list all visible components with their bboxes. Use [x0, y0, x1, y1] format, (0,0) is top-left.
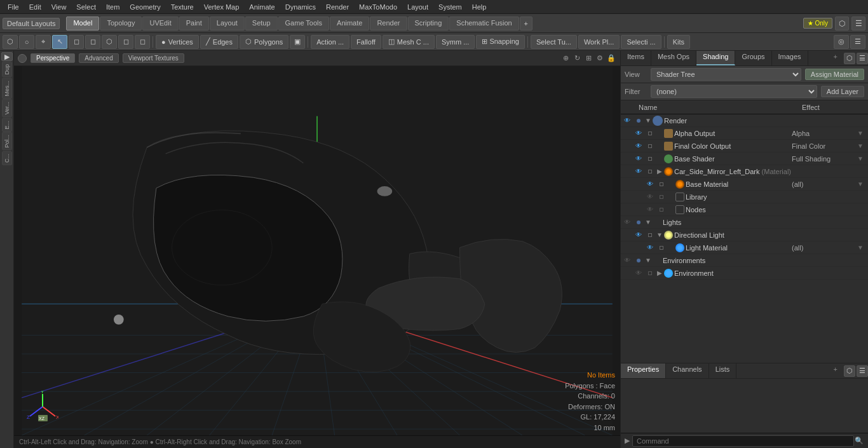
tab-render[interactable]: Render [370, 17, 407, 31]
viewport-canvas[interactable]: No Items Polygons : Face Channels: 0 Def… [14, 66, 620, 435]
eye-base-shader[interactable]: 👁 [632, 155, 645, 162]
expand-render[interactable]: ▼ [644, 117, 653, 124]
tab-model[interactable]: Model [66, 17, 99, 31]
menu-geometry[interactable]: Geometry [125, 2, 165, 12]
expand-lights[interactable]: ▼ [644, 219, 653, 226]
tree-row-lights[interactable]: 👁 ▼ Lights [621, 216, 868, 229]
poly-mode-btn[interactable]: ▣ [290, 35, 305, 49]
ptab-add[interactable]: + [830, 363, 841, 378]
assign-material-btn[interactable]: Assign Material [805, 69, 864, 80]
advanced-btn[interactable]: Advanced [79, 53, 118, 63]
layout-dropdown[interactable]: Default Layouts [3, 18, 60, 29]
tree-row-light-material[interactable]: 👁 Light Material (all) ▼ [621, 241, 868, 254]
add-layer-btn[interactable]: Add Layer [821, 86, 864, 97]
icon-box3[interactable]: ⬡ [102, 35, 117, 49]
sidebar-mesh[interactable]: Mes... [2, 78, 12, 99]
menu-item[interactable]: Item [101, 2, 125, 12]
filter-dropdown[interactable]: (none) [651, 85, 817, 98]
vertices-btn[interactable]: ● Vertices [156, 35, 199, 49]
arrow-base-material[interactable]: ▼ [855, 180, 865, 187]
tree-row-nodes[interactable]: 👁 Nodes [621, 203, 868, 216]
sidebar-top-btn[interactable]: ▶ [1, 52, 13, 61]
menu-render[interactable]: Render [321, 2, 354, 12]
menu-texture[interactable]: Texture [166, 2, 199, 12]
rpanel-tab-items[interactable]: Items [621, 51, 651, 65]
select-tu-btn[interactable]: Select Tu... [531, 35, 577, 49]
work-pl-btn[interactable]: Work Pl... [578, 35, 620, 49]
eye-dir-light[interactable]: 👁 [632, 231, 645, 238]
falloff-btn[interactable]: Falloff [351, 35, 381, 49]
icon-box1[interactable]: ◻ [69, 35, 84, 49]
arrow-light-material[interactable]: ▼ [855, 244, 865, 251]
eye-base-material[interactable]: 👁 [644, 180, 656, 187]
ptab-lists[interactable]: Lists [709, 363, 737, 378]
expand-car-material[interactable]: ▶ [655, 168, 664, 175]
expand-environment[interactable]: ▶ [655, 269, 664, 276]
rpanel-expand-icon[interactable]: ⬡ [844, 53, 855, 64]
tab-topology[interactable]: Topology [100, 17, 142, 31]
rpanel-menu-icon[interactable]: ☰ [857, 53, 868, 64]
vp-icon-lock[interactable]: 🔒 [606, 53, 616, 64]
rpanel-tab-mesh-ops[interactable]: Mesh Ops [651, 51, 696, 65]
selecti-btn[interactable]: Selecti ... [621, 35, 661, 49]
polygons-btn[interactable]: ⬡ Polygons [240, 35, 288, 49]
tree-row-alpha[interactable]: 👁 Alpha Output Alpha ▼ [621, 127, 868, 140]
tab-scripting[interactable]: Scripting [408, 17, 449, 31]
tree-row-environment[interactable]: 👁 ▶ Environment [621, 267, 868, 280]
sidebar-e[interactable]: E... [2, 118, 12, 132]
arrow-alpha[interactable]: ▼ [855, 130, 865, 137]
eye-final[interactable]: 👁 [632, 142, 645, 149]
ptab-channels[interactable]: Channels [666, 363, 709, 378]
toolbar-right-icon2[interactable]: ☰ [850, 35, 865, 49]
view-dropdown[interactable]: Shader Tree [651, 68, 801, 81]
vp-icon-gear[interactable]: ⚙ [595, 53, 605, 64]
eye-nodes[interactable]: 👁 [644, 206, 656, 213]
icon-box5[interactable]: ◻ [135, 35, 150, 49]
menu-system[interactable]: System [433, 2, 467, 12]
tree-row-final-color[interactable]: 👁 Final Color Output Final Color ▼ [621, 140, 868, 153]
menu-vertex-map[interactable]: Vertex Map [199, 2, 245, 12]
rpanel-tab-shading[interactable]: Shading [696, 51, 735, 65]
tree-row-environments[interactable]: 👁 ▼ Environments [621, 254, 868, 267]
menu-file[interactable]: File [3, 2, 24, 12]
star-only-btn[interactable]: ★ Only [803, 18, 832, 29]
menu-animate[interactable]: Animate [244, 2, 280, 12]
prop-expand-icon[interactable]: ⬡ [844, 365, 855, 377]
perspective-btn[interactable]: Perspective [31, 53, 75, 63]
icon-box4[interactable]: ◻ [118, 35, 133, 49]
icon-box2[interactable]: ◻ [85, 35, 100, 49]
icon-target[interactable]: ⌖ [36, 35, 51, 49]
tab-schematic-fusion[interactable]: Schematic Fusion [449, 17, 519, 31]
expand-dir-light[interactable]: ▼ [655, 231, 664, 238]
menu-edit[interactable]: Edit [24, 2, 46, 12]
menu-layout[interactable]: Layout [402, 2, 433, 12]
menu-maxtomodo[interactable]: MaxToModo [354, 2, 402, 12]
eye-environments[interactable]: 👁 [621, 257, 634, 264]
menu-help[interactable]: Help [467, 2, 492, 12]
tree-row-dir-light[interactable]: 👁 ▼ Directional Light [621, 229, 868, 241]
tree-row-base-material[interactable]: 👁 Base Material (all) ▼ [621, 178, 868, 191]
tab-animate[interactable]: Animate [330, 17, 369, 31]
kits-btn[interactable]: Kits [667, 35, 690, 49]
sidebar-pol[interactable]: Pol... [2, 132, 12, 151]
search-icon[interactable]: 🔍 [854, 436, 864, 446]
mesh-btn[interactable]: ◫ Mesh C ... [383, 35, 435, 49]
menu-dynamics[interactable]: Dynamics [280, 2, 321, 12]
rpanel-tab-groups[interactable]: Groups [735, 51, 771, 65]
vp-icon-zoom[interactable]: ⊞ [583, 53, 593, 64]
sidebar-ver[interactable]: Ver... [2, 99, 12, 118]
tree-row-car-material[interactable]: 👁 ▶ Car_Side_Mirror_Left_Dark (Material) [621, 165, 868, 178]
tree-row-base-shader[interactable]: 👁 Base Shader Full Shading ▼ [621, 153, 868, 165]
rpanel-add-tab[interactable]: + [830, 51, 841, 65]
arrow-final[interactable]: ▼ [855, 142, 865, 149]
ptab-properties[interactable]: Properties [621, 363, 666, 378]
expand-environments[interactable]: ▼ [644, 257, 653, 264]
menu-view[interactable]: View [46, 2, 72, 12]
eye-lights[interactable]: 👁 [621, 219, 634, 226]
eye-library[interactable]: 👁 [644, 193, 656, 200]
tab-uvedit[interactable]: UVEdit [142, 17, 178, 31]
toolbar-add-tab[interactable]: + [520, 17, 532, 31]
vp-icon-move[interactable]: ⊕ [560, 53, 571, 64]
action-btn[interactable]: Action ... [311, 35, 349, 49]
icon-arrow[interactable]: ↖ [52, 35, 67, 49]
